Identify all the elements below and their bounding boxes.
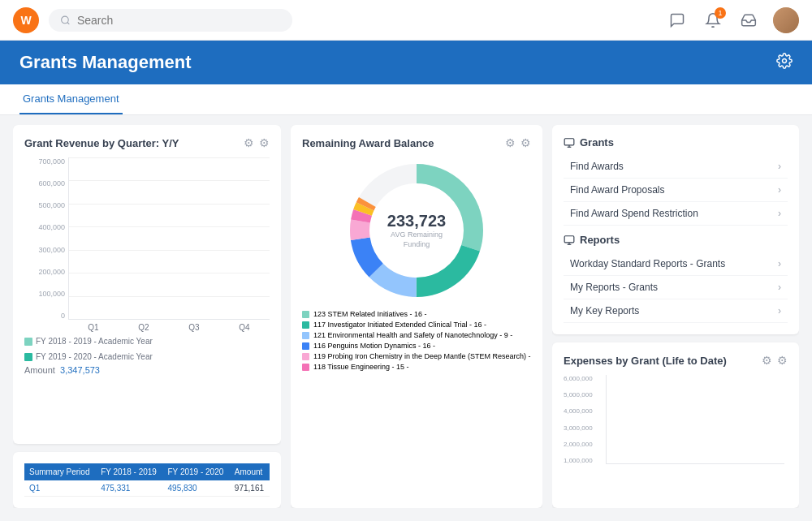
tab-grants-management[interactable]: Grants Management [19,84,123,114]
filter-donut-icon[interactable]: ⚙ [505,136,516,149]
legend-item-2: 121 Environmental Health and Safety of N… [302,331,531,339]
chevron-key-reports: › [778,305,781,316]
grants-section-title: Grants [564,136,788,149]
search-bar[interactable] [49,9,292,32]
menu-workday-standard-reports[interactable]: Workday Standard Reports - Grants › [564,252,788,276]
settings-icon-button[interactable] [776,53,793,72]
reports-section-title: Reports [564,234,788,246]
expenses-header: Expenses by Grant (Life to Date) ⚙ ⚙ [564,354,788,367]
expenses-title: Expenses by Grant (Life to Date) [564,355,727,367]
amount-row: Amount 3,347,573 [24,365,270,375]
donut-label: AVG Remaining Funding [380,230,453,249]
exp-y-2m: 2,000,000 [564,441,603,448]
svg-point-1 [783,59,787,63]
y-label-500k: 500,000 [24,201,65,209]
table-row: Q1 475,331 495,830 971,161 [24,480,270,497]
chevron-find-awards: › [778,161,781,172]
legend-color-3 [302,342,309,350]
legend-dot-fy2 [24,353,32,361]
panel-mid: Remaining Award Balance ⚙ ⚙ [291,125,542,508]
donut-container: 233,723 AVG Remaining Funding [302,157,531,304]
chevron-my-reports: › [778,282,781,293]
amount-value: 3,347,573 [60,365,100,375]
legend-fy1: FY 2018 - 2019 - Academic Year [24,337,153,346]
avatar[interactable] [773,7,799,33]
card-header-donut: Remaining Award Balance ⚙ ⚙ [302,136,531,149]
top-nav: W 1 [0,0,812,41]
x-label-q2: Q2 [119,323,169,332]
legend-item-0: 123 STEM Related Initiatives - 16 - [302,310,531,318]
legend-color-5 [302,364,309,371]
y-label-200k: 200,000 [24,268,65,276]
expenses-card: Expenses by Grant (Life to Date) ⚙ ⚙ 6,0… [552,342,799,508]
y-label-400k: 400,000 [24,223,65,231]
filter-icon-button[interactable]: ⚙ [244,136,254,149]
card-icons-revenue: ⚙ ⚙ [244,136,270,149]
grant-revenue-title: Grant Revenue by Quarter: Y/Y [24,137,179,149]
fy1-val[interactable]: 475,331 [96,480,162,497]
grants-icon [564,137,575,149]
expenses-card-icons: ⚙ ⚙ [762,354,788,367]
legend-item-3: 116 Penguins Motion Dynamics - 16 - [302,342,531,350]
panel-left: Grant Revenue by Quarter: Y/Y ⚙ ⚙ 700,00… [13,125,281,508]
y-label-0: 0 [24,312,65,320]
col-amount: Amount [230,463,270,480]
chevron-find-proposals: › [778,184,781,196]
col-fy2: FY 2019 - 2020 [163,463,230,480]
fy2-val[interactable]: 495,830 [163,480,230,497]
amount-val: 971,161 [230,480,270,497]
search-input[interactable] [77,14,281,27]
search-icon [60,15,71,26]
col-fy1: FY 2018 - 2019 [96,463,162,480]
menu-find-award-spend[interactable]: Find Award Spend Restriction › [564,202,788,226]
legend-item-1: 117 Investigator Initiated Extended Clin… [302,321,531,329]
settings-expenses-icon[interactable]: ⚙ [777,354,788,367]
card-header-revenue: Grant Revenue by Quarter: Y/Y ⚙ ⚙ [24,136,270,149]
legend-fy2: FY 2019 - 2020 - Academic Year [24,352,153,361]
nav-icons: 1 [666,7,799,33]
panel-right: Grants Find Awards › Find Award Proposal… [552,125,799,508]
filter-expenses-icon[interactable]: ⚙ [762,354,772,367]
remaining-award-card: Remaining Award Balance ⚙ ⚙ [291,125,542,508]
x-label-q4: Q4 [219,323,270,332]
exp-y-3m: 3,000,000 [564,424,603,432]
period-q1[interactable]: Q1 [24,480,96,497]
menu-my-key-reports[interactable]: My Key Reports › [564,299,788,323]
exp-y-1m: 1,000,000 [564,457,603,464]
workday-logo[interactable]: W [13,7,39,33]
page-header: Grants Management [0,41,812,84]
exp-y-6m: 6,000,000 [564,375,603,382]
tab-bar: Grants Management [0,84,812,115]
page-title: Grants Management [19,52,192,73]
grants-section: Grants Find Awards › Find Award Proposal… [564,136,788,226]
chevron-find-spend: › [778,208,781,219]
reports-section: Reports Workday Standard Reports - Grant… [564,234,788,323]
legend-dot-fy1 [24,338,32,346]
grant-revenue-card: Grant Revenue by Quarter: Y/Y ⚙ ⚙ 700,00… [13,125,281,444]
remaining-award-title: Remaining Award Balance [302,137,434,149]
legend-item-4: 119 Probing Iron Chemistry in the Deep M… [302,352,531,360]
main-content: Grant Revenue by Quarter: Y/Y ⚙ ⚙ 700,00… [0,115,812,518]
menu-my-reports[interactable]: My Reports - Grants › [564,276,788,299]
chat-icon-button[interactable] [666,9,689,32]
legend-color-1 [302,321,309,329]
svg-point-0 [62,16,69,24]
expenses-bar-chart: 6,000,000 5,000,000 4,000,000 3,000,000 … [564,375,788,464]
y-label-300k: 300,000 [24,246,65,254]
chart-legend: FY 2018 - 2019 - Academic Year [24,337,270,346]
chart-legend-2: FY 2019 - 2020 - Academic Year [24,352,270,361]
bell-icon-button[interactable]: 1 [702,9,724,32]
legend-color-0 [302,311,309,318]
menu-find-award-proposals[interactable]: Find Award Proposals › [564,179,788,202]
bar-chart: 700,000 600,000 500,000 400,000 300,000 … [24,157,270,332]
settings-chart-icon-button[interactable]: ⚙ [259,136,270,149]
exp-y-4m: 4,000,000 [564,407,603,415]
col-period: Summary Period [24,463,96,480]
menu-find-awards[interactable]: Find Awards › [564,155,788,179]
y-label-100k: 100,000 [24,290,65,298]
legend-color-4 [302,353,309,360]
svg-rect-14 [564,235,574,242]
settings-donut-icon[interactable]: ⚙ [520,136,531,149]
inbox-icon-button[interactable] [737,9,760,32]
x-labels: Q1 Q2 Q3 Q4 [24,323,270,332]
